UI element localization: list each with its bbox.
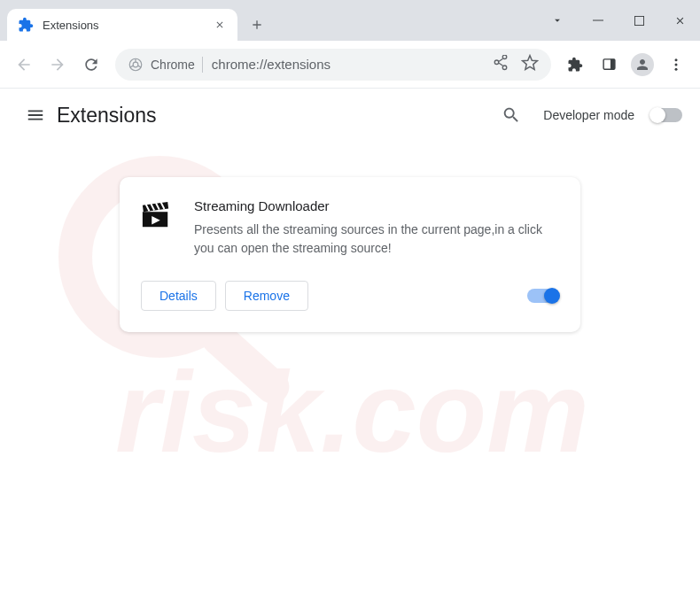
toggle-knob [649, 107, 665, 123]
page-title: Extensions [57, 104, 157, 128]
extension-card: Streaming Downloader Presents all the st… [120, 177, 580, 332]
browser-tab[interactable]: Extensions [7, 9, 237, 41]
svg-point-6 [675, 58, 678, 61]
maximize-button[interactable] [618, 0, 659, 41]
extension-name: Streaming Downloader [194, 198, 559, 213]
extension-description: Presents all the streaming sources in th… [194, 221, 559, 258]
extensions-icon[interactable] [560, 50, 590, 80]
tab-title: Extensions [43, 19, 213, 32]
page-header: Extensions Developer mode [0, 89, 700, 142]
svg-rect-0 [593, 20, 603, 21]
svg-point-8 [675, 67, 678, 70]
remove-button[interactable]: Remove [225, 281, 308, 311]
omnibox[interactable]: Chrome chrome://extensions [115, 49, 551, 81]
back-button[interactable] [9, 50, 39, 80]
window-titlebar: Extensions [0, 0, 700, 41]
star-icon[interactable] [521, 54, 539, 75]
divider [202, 57, 203, 73]
dev-mode-toggle[interactable] [650, 108, 682, 122]
close-icon[interactable] [213, 18, 227, 32]
new-tab-button[interactable] [245, 12, 269, 37]
share-icon[interactable] [493, 55, 509, 74]
extension-toggle[interactable] [527, 289, 559, 303]
svg-rect-5 [610, 59, 614, 69]
url-text: chrome://extensions [212, 57, 331, 72]
address-bar: Chrome chrome://extensions [0, 41, 700, 89]
profile-button[interactable] [627, 50, 657, 80]
site-chip: Chrome [128, 57, 203, 73]
details-button[interactable]: Details [141, 281, 216, 311]
chrome-label: Chrome [151, 58, 195, 72]
svg-point-7 [675, 63, 678, 66]
sidepanel-icon[interactable] [594, 50, 624, 80]
search-icon[interactable] [495, 99, 527, 131]
close-window-button[interactable] [659, 0, 700, 41]
chevron-down-icon[interactable] [537, 0, 578, 41]
svg-rect-1 [634, 16, 643, 25]
chrome-icon [128, 57, 144, 73]
content-area: Streaming Downloader Presents all the st… [0, 142, 700, 368]
clapperboard-icon [141, 200, 176, 236]
minimize-button[interactable] [578, 0, 618, 41]
toggle-knob [544, 288, 560, 304]
kebab-menu-icon[interactable] [661, 50, 691, 80]
svg-point-3 [133, 62, 138, 67]
window-controls [537, 0, 700, 41]
hamburger-icon[interactable] [18, 97, 53, 133]
puzzle-icon [18, 17, 34, 33]
dev-mode-label: Developer mode [543, 108, 634, 122]
reload-button[interactable] [76, 50, 106, 80]
forward-button[interactable] [43, 50, 73, 80]
